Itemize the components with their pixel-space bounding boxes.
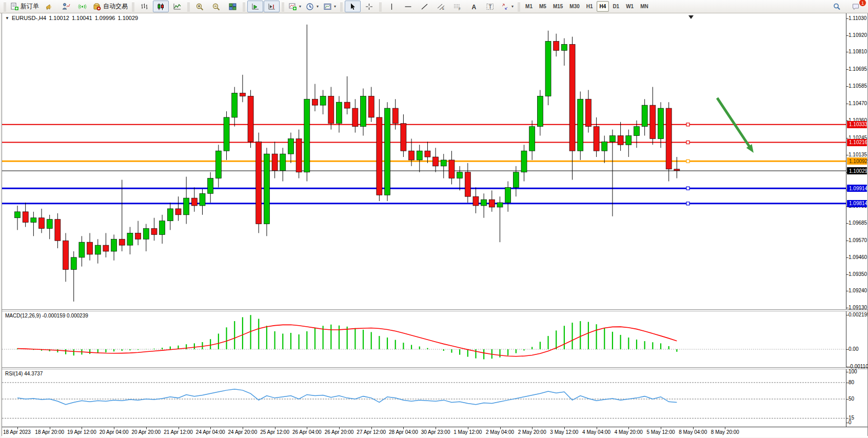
tf-button-m5[interactable]: M5 — [536, 1, 549, 12]
rsi-panel: RSI(14) 44.3737 1008050150 — [2, 369, 867, 427]
toolbar-grip[interactable] — [187, 2, 190, 11]
toolbar-grip[interactable] — [518, 2, 520, 11]
candle — [160, 215, 165, 244]
strategy-tester-button[interactable] — [58, 1, 74, 12]
autoscroll-icon — [251, 3, 260, 11]
rsi-axis[interactable]: 1008050150 — [846, 369, 867, 427]
dropdown-arrow-icon[interactable]: ▾ — [317, 4, 319, 9]
zoom-in-button[interactable] — [192, 1, 208, 12]
hline-icon — [404, 3, 412, 11]
toolbar-grip[interactable] — [243, 2, 245, 11]
price-tick-label: 1.09240 — [849, 288, 867, 293]
toolbar-grip[interactable] — [132, 2, 134, 11]
tf-button-h1[interactable]: H1 — [583, 1, 596, 12]
candle — [377, 99, 382, 201]
macd-main-value: -0.000159 — [42, 313, 65, 318]
search-button[interactable] — [829, 1, 845, 12]
fibonacci-button[interactable]: F — [449, 1, 465, 12]
time-label: 24 Apr 04:00 — [196, 429, 225, 435]
horn-icon — [45, 3, 54, 11]
level-line-handle[interactable] — [686, 160, 689, 163]
dropdown-arrow-icon[interactable]: ▾ — [511, 4, 514, 9]
zoom-out-button[interactable] — [208, 1, 224, 12]
candle — [585, 90, 591, 132]
periods-button[interactable]: ▾ — [304, 1, 321, 12]
price-tick-label: 1.10695 — [849, 66, 867, 72]
candle — [71, 251, 76, 302]
tf-button-mn[interactable]: MN — [637, 1, 652, 12]
dropdown-arrow-icon[interactable]: ▾ — [334, 4, 336, 9]
level-line-handle[interactable] — [686, 123, 689, 126]
candle — [337, 96, 342, 132]
dropdown-arrow-icon[interactable]: ▾ — [299, 4, 301, 9]
down-arrow-annotation[interactable] — [717, 98, 754, 153]
text-label-button[interactable]: T — [482, 1, 498, 12]
chat-button[interactable]: 1 — [848, 1, 864, 12]
level-line-handle[interactable] — [686, 187, 689, 190]
candlestick-plot-area[interactable] — [2, 13, 846, 309]
chart-shift-button[interactable] — [264, 1, 280, 12]
macd-axis[interactable]: 0.0021950.00-0.001103 — [846, 311, 867, 367]
crosshair-button[interactable] — [361, 1, 377, 12]
tf-button-d1[interactable]: D1 — [609, 1, 622, 12]
toolbar-right-icons: 1 — [829, 1, 866, 12]
toolbar-grip[interactable] — [4, 2, 6, 11]
rsi-plot-area[interactable] — [2, 369, 846, 427]
auto-scroll-button[interactable] — [247, 1, 263, 12]
arrows-button[interactable]: ▾ — [499, 1, 516, 12]
tile-windows-button[interactable] — [225, 1, 241, 12]
candle — [184, 177, 189, 224]
candle — [401, 114, 406, 157]
price-axis[interactable]: 1.110301.109201.108101.106951.105851.104… — [846, 13, 867, 309]
trendline-button[interactable] — [417, 1, 432, 12]
candle — [417, 145, 422, 172]
person-chart-icon — [62, 3, 70, 11]
text-button[interactable]: A — [466, 1, 482, 12]
signals-button[interactable] — [74, 1, 90, 12]
new-order-button[interactable]: 新订单 — [8, 1, 41, 12]
time-label: 26 Apr 20:00 — [325, 429, 354, 435]
time-label: 25 Apr 12:00 — [260, 429, 289, 435]
chart-symbol-period: EURUSD-,H4 — [12, 15, 46, 21]
rsi-line — [17, 389, 677, 405]
candle — [425, 142, 430, 163]
rsi-title: RSI(14) — [5, 371, 23, 376]
toolbar-grip[interactable] — [379, 2, 382, 11]
horizontal-line-button[interactable] — [400, 1, 416, 12]
mt4-application-window: 新订单自动交易▾▾▾EFAT▾M1M5M15M30H1H4D1W1MN1 ▼ E… — [0, 0, 868, 438]
vertical-line-button[interactable] — [384, 1, 400, 12]
candle — [151, 218, 157, 241]
candle — [368, 87, 374, 122]
line-chart-button[interactable] — [169, 1, 185, 12]
macd-plot-area[interactable] — [2, 311, 846, 367]
toolbar-grip[interactable] — [340, 2, 343, 11]
equidistant-channel-button[interactable]: E — [433, 1, 449, 12]
level-line-handle[interactable] — [686, 202, 689, 205]
templates-button[interactable]: ▾ — [321, 1, 338, 12]
time-axis[interactable]: 18 Apr 202318 Apr 20:0019 Apr 12:0020 Ap… — [2, 427, 867, 437]
time-label: 1 May 12:00 — [453, 429, 482, 435]
time-label: 28 Apr 04:00 — [389, 429, 418, 435]
candlestick-chart-button[interactable] — [153, 1, 169, 12]
candle — [215, 145, 221, 187]
tf-button-w1[interactable]: W1 — [623, 1, 637, 12]
tf-button-m15[interactable]: M15 — [550, 1, 566, 12]
level-price-box: 1.09814 — [847, 200, 867, 207]
cursor-button[interactable] — [345, 1, 361, 12]
auto-trading-button[interactable]: 自动交易 — [91, 1, 130, 12]
level-line-handle[interactable] — [686, 141, 689, 144]
chart-shift-marker-icon[interactable] — [688, 15, 694, 19]
candle — [111, 234, 117, 260]
search-icon — [833, 3, 841, 11]
bar-chart-button[interactable] — [136, 1, 152, 12]
tf-button-h4[interactable]: H4 — [597, 1, 609, 12]
time-label: 20 Apr 04:00 — [100, 429, 129, 435]
toolbar-grip[interactable] — [282, 2, 284, 11]
arrows-icon — [501, 3, 509, 11]
alerts-button[interactable] — [42, 1, 57, 12]
tf-button-m1[interactable]: M1 — [522, 1, 536, 12]
candle — [119, 180, 125, 251]
indicators-button[interactable]: ▾ — [286, 1, 303, 12]
tf-button-m30[interactable]: M30 — [566, 1, 582, 12]
chart-collapse-icon[interactable]: ▼ — [5, 16, 9, 21]
